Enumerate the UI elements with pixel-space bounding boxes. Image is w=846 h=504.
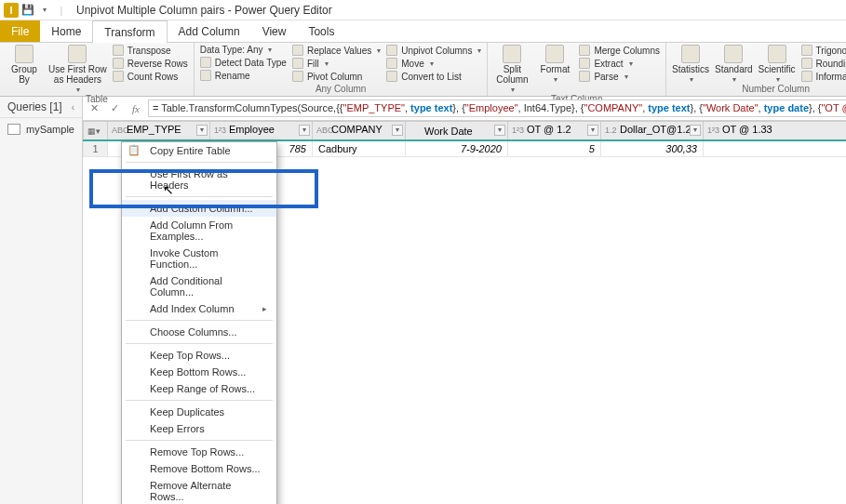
cell-ot12[interactable]: 5 <box>507 140 600 157</box>
col-employee[interactable]: 1²3Employee▾ <box>209 122 312 140</box>
format-button[interactable]: Format <box>536 45 573 84</box>
menu-separator <box>126 320 273 321</box>
transpose-icon <box>113 45 124 56</box>
col-ot133[interactable]: 1²3OT @ 1.33▾ <box>703 122 846 140</box>
menu-remove-alternate[interactable]: Remove Alternate Rows... <box>122 477 276 504</box>
tab-transform[interactable]: Transform <box>92 20 167 43</box>
col-dollar-ot12[interactable]: 1.2Dollar_OT@1.2▾ <box>600 122 703 140</box>
info-icon <box>801 71 812 82</box>
fill-button[interactable]: Fill <box>292 58 381 69</box>
unpivot-button[interactable]: Unpivot Columns <box>386 45 481 56</box>
standard-button[interactable]: Standard <box>715 45 753 84</box>
standard-icon <box>724 45 743 63</box>
window-title: Unpivot Multiple Column pairs - Power Qu… <box>76 4 332 17</box>
rename-icon <box>200 70 211 81</box>
menu-add-index[interactable]: Add Index Column <box>122 300 276 317</box>
tab-view[interactable]: View <box>251 20 298 42</box>
round-icon <box>801 58 812 69</box>
convert-list-button[interactable]: Convert to List <box>386 71 481 82</box>
menu-add-custom-column[interactable]: Add Custom Column... <box>122 200 276 217</box>
headers-icon <box>128 173 141 186</box>
fx-icon[interactable]: fx <box>128 100 144 117</box>
query-item[interactable]: mySample <box>0 118 82 140</box>
context-menu: 📋Copy Entire Table Use First Row as Head… <box>121 141 277 504</box>
accept-formula-icon[interactable]: ✓ <box>107 100 124 117</box>
cell-company[interactable]: Cadbury <box>312 140 405 157</box>
tab-add-column[interactable]: Add Column <box>168 20 251 42</box>
menu-separator <box>126 400 273 401</box>
filter-icon[interactable]: ▾ <box>587 125 598 136</box>
menu-choose-columns[interactable]: Choose Columns... <box>122 324 276 340</box>
filter-icon[interactable]: ▾ <box>299 125 310 136</box>
collapse-icon[interactable]: ‹ <box>72 102 74 113</box>
filter-icon[interactable]: ▾ <box>690 125 701 136</box>
trig-icon <box>801 45 812 56</box>
menu-keep-range[interactable]: Keep Range of Rows... <box>122 380 276 397</box>
tab-tools[interactable]: Tools <box>297 20 345 42</box>
pivot-button[interactable]: Pivot Column <box>292 71 381 82</box>
group-by-button[interactable]: Group By <box>6 45 43 85</box>
detect-type-button[interactable]: Detect Data Type <box>200 57 287 68</box>
data-type-button[interactable]: Data Type: Any <box>200 45 287 55</box>
menu-keep-bottom[interactable]: Keep Bottom Rows... <box>122 364 276 380</box>
menu-bar: File Home Transform Add Column View Tool… <box>0 20 846 43</box>
keep-top-icon <box>128 349 141 362</box>
filter-icon[interactable]: ▾ <box>392 125 403 136</box>
qat-divider: | <box>54 3 69 18</box>
title-bar: I 💾 ▾ | Unpivot Multiple Column pairs - … <box>0 0 846 20</box>
parse-button[interactable]: Parse <box>579 71 660 82</box>
tab-home[interactable]: Home <box>40 20 92 42</box>
use-first-row-button[interactable]: Use First Row as Headers <box>48 45 107 94</box>
queries-header: Queries [1] ‹ <box>0 97 82 118</box>
extract-button[interactable]: Extract <box>579 58 660 69</box>
cell-ot133[interactable] <box>703 140 846 157</box>
scientific-icon <box>768 45 786 63</box>
reverse-icon <box>113 58 124 69</box>
trigonometry-button[interactable]: Trigonometry <box>801 45 846 56</box>
save-icon[interactable]: 💾 <box>20 3 35 18</box>
ribbon: Group By Use First Row as Headers Transp… <box>0 43 846 97</box>
transpose-button[interactable]: Transpose <box>113 45 188 56</box>
col-work-date[interactable]: Work Date▾ <box>405 122 507 140</box>
information-button[interactable]: Information <box>801 71 846 82</box>
cancel-formula-icon[interactable]: ✕ <box>87 100 103 117</box>
statistics-button[interactable]: Statistics <box>672 45 709 84</box>
scientific-button[interactable]: Scientific <box>759 45 796 84</box>
reverse-rows-button[interactable]: Reverse Rows <box>113 58 188 69</box>
group-label-any-column: Any Column <box>200 84 482 96</box>
tab-file[interactable]: File <box>0 20 40 42</box>
menu-remove-top[interactable]: Remove Top Rows... <box>122 444 276 460</box>
menu-add-from-examples[interactable]: Add Column From Examples... <box>122 217 276 245</box>
merge-columns-button[interactable]: Merge Columns <box>579 45 660 56</box>
replace-values-button[interactable]: Replace Values <box>292 45 381 56</box>
qat-dropdown-icon[interactable]: ▾ <box>37 3 52 18</box>
filter-icon[interactable]: ▾ <box>196 125 208 136</box>
ribbon-group-number-column: Statistics Standard Scientific Trigonome… <box>666 43 846 96</box>
move-button[interactable]: Move <box>386 58 481 69</box>
rounding-button[interactable]: Rounding <box>801 58 846 69</box>
col-emp-type[interactable]: ABCEMP_TYPE▾ <box>107 122 209 140</box>
menu-keep-errors[interactable]: Keep Errors <box>122 420 276 437</box>
corner-cell[interactable]: ▦▾ <box>83 122 107 140</box>
table-icon <box>7 124 20 135</box>
cell-dollar-ot12[interactable]: 300,33 <box>600 140 703 157</box>
split-column-button[interactable]: Split Column <box>493 45 530 94</box>
menu-keep-duplicates[interactable]: Keep Duplicates <box>122 404 276 420</box>
menu-use-first-row[interactable]: Use First Row as Headers <box>122 166 276 193</box>
ribbon-group-any-column: Data Type: Any Detect Data Type Rename R… <box>195 43 489 96</box>
rename-button[interactable]: Rename <box>200 70 287 81</box>
menu-copy-table[interactable]: 📋Copy Entire Table <box>122 142 276 159</box>
stats-icon <box>681 45 700 63</box>
count-rows-button[interactable]: Count Rows <box>113 71 188 82</box>
formula-input[interactable]: = Table.TransformColumnTypes(Source,{{"E… <box>148 99 846 117</box>
filter-icon[interactable]: ▾ <box>494 125 505 136</box>
menu-keep-top[interactable]: Keep Top Rows... <box>122 347 276 364</box>
menu-invoke-function[interactable]: Invoke Custom Function... <box>122 245 276 272</box>
queries-pane: Queries [1] ‹ mySample <box>0 97 83 504</box>
menu-add-conditional[interactable]: Add Conditional Column... <box>122 272 276 300</box>
col-company[interactable]: ABCCOMPANY▾ <box>312 122 405 140</box>
col-ot12[interactable]: 1²3OT @ 1.2▾ <box>507 122 600 140</box>
fill-icon <box>292 58 303 69</box>
menu-remove-bottom[interactable]: Remove Bottom Rows... <box>122 460 276 477</box>
cell-work-date[interactable]: 7-9-2020 <box>405 140 507 157</box>
